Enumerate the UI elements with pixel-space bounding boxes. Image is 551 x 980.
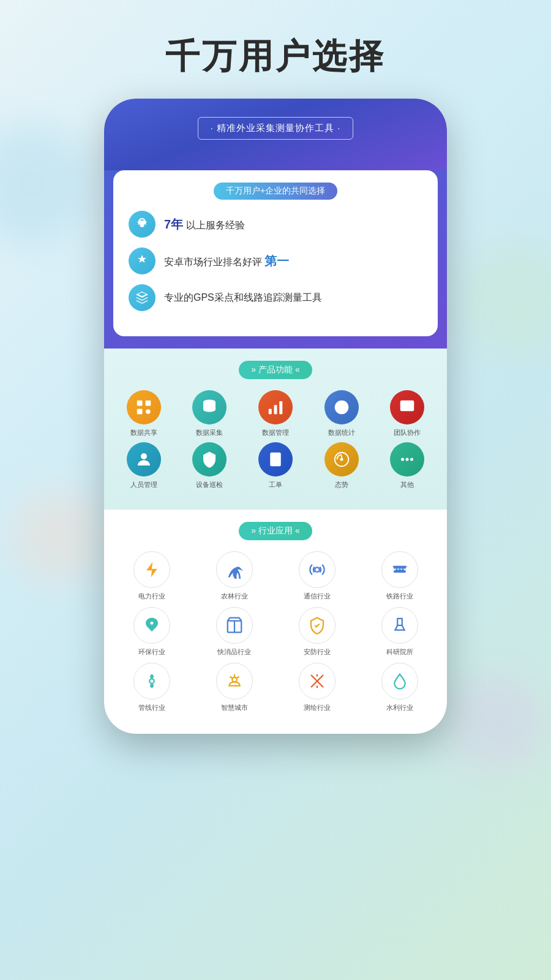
phone-mockup: · 精准外业采集测量协作工具 · 千万用户+企业的共同选择 7年 以上服务经验 — [104, 99, 447, 734]
label-data-share: 数据共享 — [130, 428, 157, 437]
label-data-stats: 数据统计 — [328, 428, 355, 437]
icon-enviro — [133, 607, 170, 644]
product-item-inspection[interactable]: 设备巡检 — [179, 442, 241, 489]
page-title: 千万用户选择 — [0, 0, 551, 99]
product-item-team[interactable]: 团队协作 — [377, 390, 438, 437]
label-team: 团队协作 — [394, 428, 421, 437]
product-icon-row-2: 人员管理 设备巡检 工单 — [113, 442, 438, 489]
icon-fmcg — [216, 607, 253, 644]
label-inspection: 设备巡检 — [196, 480, 223, 489]
industry-item-research[interactable]: 科研院所 — [361, 607, 438, 657]
icon-research — [381, 607, 418, 644]
icon-smart-city — [216, 663, 253, 699]
svg-rect-13 — [403, 409, 409, 411]
icon-pipeline — [133, 663, 170, 699]
svg-rect-0 — [137, 401, 143, 406]
icon-workorder — [258, 442, 293, 477]
svg-rect-28 — [392, 566, 407, 568]
industry-section-title-text: » 行业应用 « — [239, 522, 312, 540]
product-item-situation[interactable]: 态势 — [311, 442, 372, 489]
card-subtitle: 千万用户+企业的共同选择 — [129, 183, 422, 200]
svg-point-27 — [315, 567, 320, 572]
label-water: 水利行业 — [386, 703, 413, 712]
label-pipeline: 管线行业 — [138, 703, 165, 712]
feature-icon-2 — [129, 247, 156, 274]
svg-rect-12 — [403, 407, 411, 409]
industry-item-survey[interactable]: 测绘行业 — [279, 663, 355, 712]
icon-telecom — [299, 551, 335, 588]
product-functions-section: » 产品功能 « 数据共享 数据采集 — [104, 349, 447, 510]
svg-point-14 — [141, 453, 147, 459]
label-agri: 农林行业 — [221, 592, 248, 601]
industry-section: » 行业应用 « 电力行业 农林行业 — [104, 510, 447, 734]
feature-card: 千万用户+企业的共同选择 7年 以上服务经验 — [113, 170, 438, 336]
label-situation: 态势 — [335, 480, 348, 489]
product-item-personnel[interactable]: 人员管理 — [113, 442, 174, 489]
industry-section-title: » 行业应用 « — [113, 522, 438, 540]
product-item-data-stats[interactable]: 数据统计 — [311, 390, 372, 437]
feature-text-3: 专业的GPS采点和线路追踪测量工具 — [164, 292, 322, 304]
card-subtitle-text: 千万用户+企业的共同选择 — [214, 183, 337, 200]
industry-item-agri[interactable]: 农林行业 — [196, 551, 272, 601]
icon-data-stats — [324, 390, 359, 424]
svg-rect-2 — [137, 409, 143, 415]
icon-situation — [324, 442, 359, 477]
svg-point-4 — [211, 407, 214, 410]
label-enviro: 环保行业 — [138, 647, 165, 657]
icon-rail — [381, 551, 418, 588]
feature-icon-3 — [129, 284, 156, 311]
label-security: 安防行业 — [304, 647, 331, 657]
label-power: 电力行业 — [138, 592, 165, 601]
icon-data-manage — [258, 390, 293, 424]
svg-rect-8 — [279, 401, 282, 414]
icon-survey — [299, 663, 335, 699]
product-item-other[interactable]: 其他 — [377, 442, 438, 489]
label-telecom: 通信行业 — [304, 592, 331, 601]
label-smart-city: 智慧城市 — [221, 703, 248, 712]
label-rail: 铁路行业 — [386, 592, 413, 601]
label-personnel: 人员管理 — [130, 480, 157, 489]
industry-item-security[interactable]: 安防行业 — [279, 607, 355, 657]
svg-point-24 — [406, 458, 409, 461]
industry-row-3: 管线行业 智慧城市 测绘行业 — [113, 663, 438, 712]
product-item-data-manage[interactable]: 数据管理 — [245, 390, 306, 437]
icon-agri — [216, 551, 253, 588]
feature-item-2: 安卓市场行业排名好评 第一 — [129, 247, 422, 274]
svg-marker-26 — [146, 562, 157, 578]
industry-item-telecom[interactable]: 通信行业 — [279, 551, 355, 601]
industry-item-power[interactable]: 电力行业 — [113, 551, 190, 601]
icon-security — [299, 607, 335, 644]
industry-item-rail[interactable]: 铁路行业 — [361, 551, 438, 601]
icon-other — [390, 442, 424, 477]
icon-water — [381, 663, 418, 699]
industry-row-2: 环保行业 快消品行业 安防行业 — [113, 607, 438, 657]
label-workorder: 工单 — [269, 480, 282, 489]
svg-point-25 — [410, 458, 413, 461]
label-other: 其他 — [400, 480, 414, 489]
feature-item-3: 专业的GPS采点和线路追踪测量工具 — [129, 284, 422, 311]
icon-data-collect — [192, 390, 227, 424]
feature-text-2: 安卓市场行业排名好评 第一 — [164, 253, 289, 270]
icon-personnel — [127, 442, 161, 477]
industry-item-water[interactable]: 水利行业 — [361, 663, 438, 712]
svg-rect-1 — [145, 401, 151, 406]
product-item-workorder[interactable]: 工单 — [245, 442, 306, 489]
industry-item-pipeline[interactable]: 管线行业 — [113, 663, 190, 712]
product-item-data-collect[interactable]: 数据采集 — [179, 390, 241, 437]
industry-item-smart-city[interactable]: 智慧城市 — [196, 663, 272, 712]
product-icon-row-1: 数据共享 数据采集 数据管理 — [113, 390, 438, 437]
icon-team — [390, 390, 424, 424]
icon-data-share — [127, 390, 161, 424]
industry-item-enviro[interactable]: 环保行业 — [113, 607, 190, 657]
icon-inspection — [192, 442, 227, 477]
label-data-collect: 数据采集 — [196, 428, 223, 437]
svg-point-21 — [340, 458, 343, 461]
industry-item-fmcg[interactable]: 快消品行业 — [196, 607, 272, 657]
svg-point-37 — [149, 679, 154, 684]
product-item-data-share[interactable]: 数据共享 — [113, 390, 174, 437]
label-survey: 测绘行业 — [304, 703, 331, 712]
icon-power — [133, 551, 170, 588]
feature-icon-1 — [129, 211, 156, 238]
label-fmcg: 快消品行业 — [217, 647, 251, 657]
feature-text-1: 7年 以上服务经验 — [164, 216, 245, 233]
